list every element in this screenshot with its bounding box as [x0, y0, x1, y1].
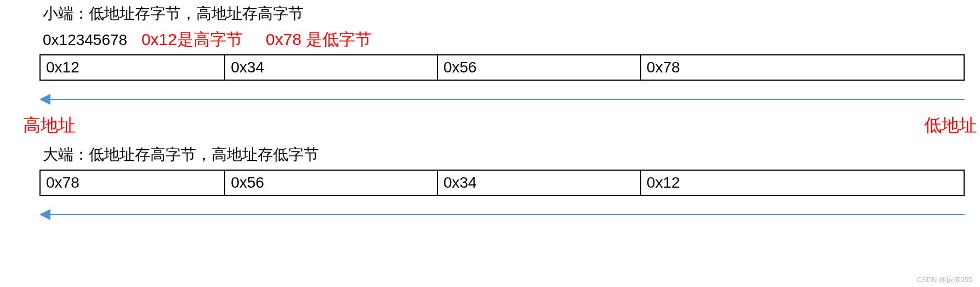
big-endian-section: 大端：低地址存高字节，高地址存低字节 0x78 0x56 0x34 0x12 [0, 144, 980, 228]
big-endian-table: 0x78 0x56 0x34 0x12 [39, 170, 965, 196]
hex-row: 0x12345678 0x12是高字节 0x78 是低字节 [43, 29, 980, 51]
cell: 0x12 [641, 170, 964, 195]
watermark: CSDN @振涛955 [917, 275, 972, 285]
little-endian-table: 0x12 0x34 0x56 0x78 [39, 54, 965, 81]
cell: 0x34 [225, 55, 437, 80]
little-endian-desc: 小端：低地址存字节，高地址存高字节 [43, 3, 980, 24]
cell: 0x56 [437, 55, 641, 80]
cell: 0x78 [40, 170, 225, 195]
arrow-left-icon [39, 91, 965, 112]
cell: 0x34 [437, 170, 641, 195]
big-endian-desc: 大端：低地址存高字节，高地址存低字节 [43, 144, 980, 165]
low-byte-note: 0x78 是低字节 [266, 29, 372, 51]
address-labels: 高地址 低地址 [0, 114, 980, 139]
high-byte-note: 0x12是高字节 [141, 29, 243, 51]
hex-value: 0x12345678 [43, 31, 127, 49]
little-endian-section: 小端：低地址存字节，高地址存高字节 0x12345678 0x12是高字节 0x… [0, 3, 980, 112]
cell: 0x56 [225, 170, 437, 195]
cell: 0x78 [641, 55, 964, 80]
high-address-label: 高地址 [23, 114, 76, 138]
low-address-label: 低地址 [924, 114, 977, 138]
arrow-left-icon [39, 206, 965, 228]
cell: 0x12 [40, 55, 225, 80]
